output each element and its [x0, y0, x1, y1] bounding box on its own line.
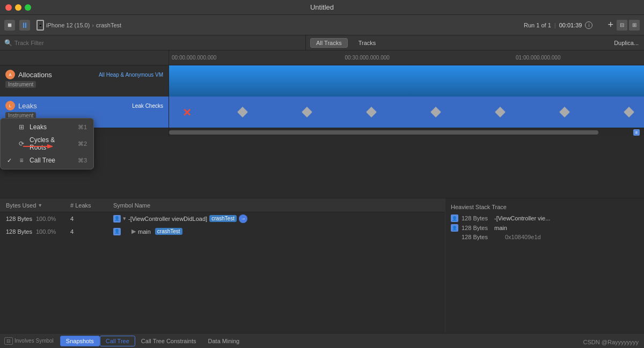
stack-entry-1: 👤 128 Bytes main [451, 224, 639, 232]
time-2: 01:00.000.000.000 [516, 55, 560, 61]
search-icon: 🔍 [4, 39, 12, 47]
tab-call-tree[interactable]: Call Tree [100, 336, 135, 346]
menu-shortcut-cycles: ⌘2 [78, 140, 87, 147]
scrollbar-thumb[interactable] [169, 130, 598, 135]
track-name-row-leaks: L Leaks Leak Checks [5, 101, 163, 110]
menu-item-leaks[interactable]: ⊞ Leaks ⌘1 [1, 121, 93, 134]
track-name-row-allocations: A Allocations All Heap & Anonymous VM [5, 70, 163, 79]
stack-entry-0: 👤 128 Bytes -[ViewController vie... [451, 214, 639, 222]
td-symbol-0: 👤 ▾ -[ViewController viewDidLoad] crashT… [110, 214, 442, 223]
stop-button[interactable]: ■ [4, 20, 15, 31]
menu-label-calltree: Call Tree [30, 157, 55, 164]
title-bar: Untitled [0, 0, 644, 15]
allocations-action[interactable]: All Heap & Anonymous VM [99, 72, 163, 78]
table-row-1[interactable]: 128 Bytes 100.0% 4 👤 ▶ main crashTest [0, 225, 445, 238]
table-row[interactable]: 128 Bytes 100.0% 4 👤 ▾ -[ViewController … [0, 212, 445, 225]
grid-icon: ⊞ [18, 123, 25, 131]
pause-icon: ⏸ [21, 21, 28, 29]
filter-bar: 🔍 All Tracks Tracks Duplica... [0, 35, 644, 50]
ruler-spacer [0, 50, 169, 65]
scroll-icon: ≡ [635, 130, 638, 135]
maximize-button[interactable] [25, 4, 31, 11]
th-leaks[interactable]: # Leaks [67, 202, 110, 209]
allocations-badge: Instrument [5, 80, 163, 88]
user-icon: 👤 [113, 215, 121, 223]
stack-name-1: main [494, 225, 507, 231]
menu-item-cycles[interactable]: ⟳ Cycles & Roots ⌘2 [1, 134, 93, 154]
leak-diamond-icon-5 [495, 107, 506, 117]
duplicate-button[interactable]: Duplica... [609, 40, 644, 46]
window-controls [5, 4, 31, 11]
leak-diamond-icon [237, 107, 248, 117]
scrollbar-row: ≡ [169, 128, 644, 136]
allocations-icon: A [5, 70, 15, 79]
stack-address: 0x108409e1d [505, 234, 541, 240]
sort-arrow-icon: ▼ [38, 203, 42, 208]
layout-split-button[interactable]: ⊟ [617, 20, 627, 31]
device-name: iPhone 12 (15.0) [46, 22, 90, 28]
involves-symbol-area: ⊟ Involves Symbol [4, 337, 54, 345]
symbol-name-1: main [138, 228, 151, 235]
track-filter-input[interactable] [14, 40, 301, 46]
filter-input-area: 🔍 [0, 35, 306, 50]
involves-symbol-label: Involves Symbol [14, 338, 54, 344]
tab-snapshots[interactable]: Snapshots [60, 336, 100, 346]
menu-item-calltree[interactable]: ✓ ≡ Call Tree ⌘3 [1, 154, 93, 167]
allocations-bar [169, 65, 644, 97]
layout-full-button[interactable]: ⊞ [629, 20, 640, 31]
pause-button[interactable]: ⏸ [19, 20, 30, 31]
timeline-area: 00:00.000.000.000 00:30.000.000.000 01:0… [169, 50, 644, 136]
list-icon: ≡ [18, 157, 25, 164]
leak-marker-6 [561, 108, 568, 116]
td-leaks-1: 4 [67, 228, 110, 235]
minimize-button[interactable] [15, 4, 21, 11]
leak-marker-0: ✕ [182, 106, 192, 119]
allocations-visual [169, 65, 644, 97]
bottom-section: Bytes Used ▼ # Leaks Symbol Name 128 Byt… [0, 198, 644, 348]
leak-diamond-icon-3 [366, 107, 377, 117]
tab-call-tree-constraints[interactable]: Call Tree Constraints [135, 336, 202, 346]
leak-diamond-icon-2 [302, 107, 312, 117]
td-bytes-1: 128 Bytes 100.0% [3, 228, 67, 235]
heaviest-stack-title: Heaviest Stack Trace [451, 204, 639, 210]
separator: | [554, 22, 556, 28]
stack-name-0: -[ViewController vie... [494, 215, 550, 221]
close-button[interactable] [5, 4, 12, 11]
go-button-0[interactable]: → [239, 214, 247, 223]
leak-marker-1 [239, 108, 246, 116]
dropdown-menu: ⊞ Leaks ⌘1 ⟳ Cycles & Roots ⌘2 ✓ ≡ Call … [0, 118, 94, 169]
run-info: Run 1 of 1 | 00:01:39 i [524, 21, 592, 29]
user-icon-1: 👤 [113, 228, 121, 235]
allocations-name: Allocations [18, 71, 52, 79]
filter-icon: ⊟ [4, 337, 13, 345]
tab-data-mining[interactable]: Data Mining [202, 336, 246, 346]
scroll-indicator: ≡ [633, 129, 640, 136]
tracks-label: Tracks [358, 40, 376, 46]
run-label: Run 1 of 1 [524, 22, 551, 28]
leak-diamond-icon-6 [559, 107, 570, 117]
time-0: 00:00.000.000.000 [172, 55, 216, 61]
td-symbol-1: 👤 ▶ main crashTest [110, 228, 442, 235]
td-leaks-0: 4 [67, 216, 110, 222]
time-ruler: 00:00.000.000.000 00:30.000.000.000 01:0… [169, 50, 644, 65]
leak-marker-3 [368, 108, 375, 116]
leaks-action[interactable]: Leak Checks [132, 103, 163, 109]
menu-label-leaks: Leaks [30, 123, 47, 131]
table-header: Bytes Used ▼ # Leaks Symbol Name [0, 198, 445, 212]
all-tracks-button[interactable]: All Tracks [310, 38, 348, 48]
data-table-area: Bytes Used ▼ # Leaks Symbol Name 128 Byt… [0, 198, 644, 333]
stop-icon: ■ [8, 21, 12, 29]
device-info: 📱 iPhone 12 (15.0) › crashTest [36, 20, 121, 31]
timer-display: 00:01:39 [559, 22, 582, 28]
stack-bytes-2: 128 Bytes [462, 234, 491, 240]
th-bytes-used[interactable]: Bytes Used ▼ [3, 202, 67, 209]
leak-marker-7 [625, 108, 633, 116]
menu-shortcut-leaks: ⌘1 [78, 124, 87, 131]
cycles-icon: ⟳ [18, 140, 25, 147]
add-track-button[interactable]: + [608, 19, 613, 31]
th-symbol-name[interactable]: Symbol Name [110, 202, 442, 209]
track-area: A Allocations All Heap & Anonymous VM In… [0, 50, 644, 136]
leak-marker-4 [432, 108, 440, 116]
stack-bytes-0: 128 Bytes [462, 215, 491, 221]
info-icon[interactable]: i [585, 21, 592, 29]
